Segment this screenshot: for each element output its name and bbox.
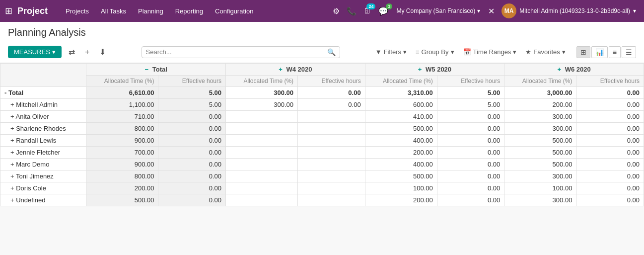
cell-total: 5.00 [158, 87, 226, 99]
favorites-button[interactable]: ★ Favorites ▾ [522, 47, 568, 57]
measures-label: MEASURES [14, 48, 50, 56]
toggle-columns-button[interactable]: ⇄ [66, 45, 78, 59]
w6-alloc-header: Allocated Time (%) [504, 76, 576, 87]
top-navigation: ⊞ Project Projects All Tasks Planning Re… [0, 0, 644, 22]
cell-total: 900.00 [86, 135, 158, 147]
cell-value: 0.00 [437, 182, 504, 194]
row-label: + Marc Demo [0, 159, 86, 170]
row-label: + Undefined [0, 194, 86, 206]
cell-value: 0.00 [576, 170, 644, 182]
nav-configuration[interactable]: Configuration [209, 0, 259, 22]
filters-button[interactable]: ▼ Filters ▾ [372, 47, 410, 57]
view-chart-button[interactable]: 📊 [591, 46, 608, 58]
cell-total: 500.00 [86, 194, 158, 206]
add-button[interactable]: + [82, 46, 92, 59]
cell-value: 100.00 [365, 182, 437, 194]
cell-value [298, 182, 365, 194]
groupby-button[interactable]: ≡ Group By ▾ [413, 47, 457, 57]
cell-value: 200.00 [504, 99, 576, 111]
user-dropdown-icon: ▾ [633, 7, 636, 14]
star-icon: ★ [525, 48, 531, 56]
cell-total: 0.00 [158, 182, 226, 194]
cell-total: 710.00 [86, 111, 158, 123]
measures-dropdown-icon: ▾ [52, 48, 56, 56]
plus-w4-icon[interactable]: + [279, 66, 283, 73]
view-switcher: ⊞ 📊 ≡ ☰ [576, 46, 636, 58]
nav-projects[interactable]: Projects [60, 0, 95, 22]
cell-total: 0.00 [158, 194, 226, 206]
cell-value [226, 182, 298, 194]
page-title: Planning Analysis [8, 27, 636, 38]
nav-reporting[interactable]: Reporting [169, 0, 209, 22]
cell-value: 0.00 [437, 111, 504, 123]
groupby-label: Group By [422, 48, 449, 56]
minus-total-icon[interactable]: − [145, 66, 149, 73]
cell-value: 0.00 [298, 87, 365, 99]
cell-total: 5.00 [158, 99, 226, 111]
search-icon[interactable]: 🔍 [327, 48, 336, 56]
cell-value: 0.00 [437, 159, 504, 170]
cell-value: 0.00 [437, 147, 504, 159]
cell-value: 500.00 [504, 147, 576, 159]
user-menu[interactable]: MA Mitchell Admin (1049323-13-0-2b3d9c-a… [499, 3, 639, 18]
cell-value: 300.00 [504, 111, 576, 123]
calendar-badge: 24 [366, 3, 375, 9]
download-button[interactable]: ⬇ [96, 45, 109, 59]
nav-planning[interactable]: Planning [132, 0, 169, 22]
plus-w6-icon[interactable]: + [558, 66, 562, 73]
cell-total: 0.00 [158, 159, 226, 170]
total-group-header: − Total [86, 64, 226, 76]
cell-total: 200.00 [86, 182, 158, 194]
cell-value [226, 159, 298, 170]
row-label: + Mitchell Admin [0, 99, 86, 111]
view-list2-button[interactable]: ☰ [622, 46, 636, 58]
cell-value: 0.00 [576, 111, 644, 123]
company-selector[interactable]: My Company (San Francisco) ▾ [392, 7, 484, 14]
cell-total: 0.00 [158, 135, 226, 147]
search-input[interactable] [146, 48, 327, 56]
row-label: + Sharlene Rhodes [0, 123, 86, 135]
cell-value [298, 170, 365, 182]
cell-value: 0.00 [437, 194, 504, 206]
timeranges-button[interactable]: 📅 Time Ranges ▾ [460, 47, 520, 57]
nav-all-tasks[interactable]: All Tasks [95, 0, 132, 22]
settings-icon[interactable]: ⚙ [331, 4, 342, 18]
cell-value [298, 147, 365, 159]
grid-menu-icon[interactable]: ⊞ [5, 5, 12, 16]
cell-total: 6,610.00 [86, 87, 158, 99]
cell-total: 0.00 [158, 147, 226, 159]
calendar-icon[interactable]: 🗓 24 [361, 4, 373, 17]
view-list-button[interactable]: ≡ [609, 46, 621, 58]
cell-total: 0.00 [158, 111, 226, 123]
company-name: My Company (San Francisco) [396, 7, 475, 14]
cell-value [298, 123, 365, 135]
phone-icon[interactable]: 📞 [345, 4, 358, 18]
cell-value: 200.00 [365, 194, 437, 206]
w4-alloc-header: Allocated Time (%) [226, 76, 298, 87]
cell-total: 0.00 [158, 123, 226, 135]
favorites-label: Favorites [533, 48, 560, 56]
cell-value: 0.00 [437, 123, 504, 135]
nav-links: Projects All Tasks Planning Reporting Co… [60, 0, 259, 22]
plus-w5-icon[interactable]: + [418, 66, 422, 73]
w5-eff-header: Effective hours [437, 76, 504, 87]
cell-value: 0.00 [576, 194, 644, 206]
cell-value: 500.00 [365, 170, 437, 182]
chat-icon[interactable]: 💬 3 [376, 4, 390, 18]
w4-group-header: + W4 2020 [226, 64, 365, 76]
cell-value: 0.00 [576, 182, 644, 194]
cell-value: 3,000.00 [504, 87, 576, 99]
cell-value: 100.00 [504, 182, 576, 194]
w4-eff-header: Effective hours [298, 76, 365, 87]
cell-total: 800.00 [86, 123, 158, 135]
filters-label: Filters [384, 48, 401, 56]
cell-total: 1,100.00 [86, 99, 158, 111]
cell-value: 500.00 [365, 123, 437, 135]
close-icon[interactable]: ✕ [486, 4, 497, 18]
cell-value [226, 194, 298, 206]
cell-value [298, 159, 365, 170]
view-grid-button[interactable]: ⊞ [576, 46, 590, 58]
measures-button[interactable]: MEASURES ▾ [8, 46, 62, 58]
row-label-header [0, 64, 86, 87]
search-bar: 🔍 [142, 46, 340, 58]
